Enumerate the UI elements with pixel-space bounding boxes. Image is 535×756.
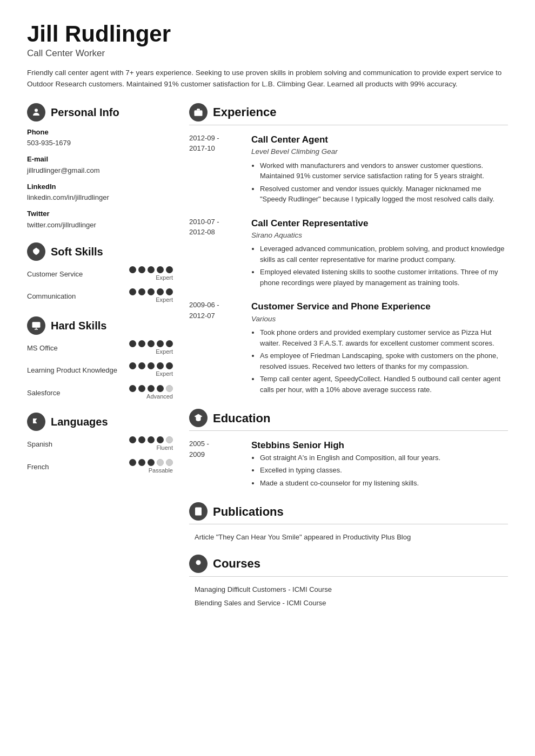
- exp-title-2: Call Center Representative: [251, 217, 508, 231]
- dot: [138, 288, 145, 295]
- twitter-label: Twitter: [27, 208, 173, 219]
- dot: [166, 436, 173, 443]
- skill-msoffice-dots-wrap: Expert: [129, 340, 173, 356]
- skill-customer-service: Customer Service Expert: [27, 266, 173, 282]
- right-column: Experience 2012-09 -2017-10 Call Center …: [189, 103, 508, 620]
- skill-comm-dots-wrap: Expert: [129, 288, 173, 305]
- skill-cs-name: Customer Service: [27, 269, 92, 280]
- linkedin-value: linkedin.com/in/jillrudlinger: [27, 193, 109, 201]
- dot: [166, 340, 173, 347]
- dot: [148, 340, 155, 347]
- svg-rect-4: [195, 110, 203, 116]
- dot: [148, 436, 155, 443]
- dot: [129, 436, 136, 443]
- courses-section: Courses Managing Difficult Customers - I…: [189, 555, 508, 609]
- list-item: Temp call center agent, SpeedyCollect. H…: [260, 374, 508, 395]
- exp-dates-1: 2012-09 -2017-10: [189, 133, 240, 207]
- experience-icon: [189, 103, 208, 122]
- education-icon: [189, 409, 208, 427]
- left-column: Personal Info Phone 503-935-1679 E-mail …: [27, 103, 173, 487]
- exp-title-3: Customer Service and Phone Experience: [251, 300, 508, 314]
- exp-content-1: Call Center Agent Level Bevel Climbing G…: [251, 133, 508, 207]
- hard-skills-icon: [27, 316, 45, 335]
- exp-company-3: Various: [251, 314, 508, 325]
- dot: [138, 385, 145, 392]
- linkedin-field: LinkedIn linkedin.com/in/jillrudlinger: [27, 181, 173, 204]
- phone-label: Phone: [27, 127, 173, 138]
- email-value: jillrudlinger@gmail.com: [27, 166, 100, 174]
- edu-bullets-1: Got straight A's in English and Composit…: [251, 453, 508, 489]
- dot: [157, 459, 164, 466]
- dot: [148, 288, 155, 295]
- publications-title: Publications: [213, 503, 284, 521]
- edu-entry-1: 2005 -2009 Stebbins Senior High Got stra…: [189, 438, 508, 490]
- dot: [129, 340, 136, 347]
- skill-cs-level: Expert: [156, 273, 173, 282]
- languages-icon: [27, 413, 45, 431]
- lang-french: French Passable: [27, 459, 173, 475]
- dot: [138, 362, 145, 369]
- candidate-name: Jill Rudlinger: [27, 22, 508, 46]
- lang-french-dots-wrap: Passable: [129, 459, 173, 475]
- course-item-1: Managing Difficult Customers - ICMI Cour…: [189, 584, 508, 595]
- dot: [157, 436, 164, 443]
- lang-french-name: French: [27, 462, 92, 473]
- list-item: Took phone orders and provided exemplary…: [260, 327, 508, 348]
- personal-info-section: Personal Info Phone 503-935-1679 E-mail …: [27, 103, 173, 231]
- hard-skills-header: Hard Skills: [27, 316, 173, 335]
- list-item: Resolved customer and vendor issues quic…: [260, 184, 508, 205]
- phone-field: Phone 503-935-1679: [27, 127, 173, 149]
- dot: [166, 459, 173, 466]
- publications-icon: [189, 502, 208, 521]
- list-item: Made a student co-counselor for my liste…: [260, 478, 508, 489]
- dot: [166, 362, 173, 369]
- courses-icon: [189, 555, 208, 573]
- experience-title: Experience: [213, 103, 276, 121]
- dot: [157, 340, 164, 347]
- skill-lpk-name: Learning Product Knowledge: [27, 365, 117, 376]
- dot: [157, 362, 164, 369]
- candidate-title: Call Center Worker: [27, 46, 508, 60]
- skill-communication: Communication Expert: [27, 288, 173, 305]
- experience-header: Experience: [189, 103, 508, 125]
- dot: [157, 385, 164, 392]
- candidate-summary: Friendly call center agent with 7+ years…: [27, 67, 508, 90]
- exp-bullets-1: Worked with manufacturers and vendors to…: [251, 160, 508, 205]
- phone-value: 503-935-1679: [27, 139, 71, 147]
- publications-section: Publications Article "They Can Hear You …: [189, 502, 508, 543]
- soft-skills-title: Soft Skills: [51, 244, 103, 260]
- skill-lpk-dots: [129, 362, 173, 369]
- exp-company-1: Level Bevel Climbing Gear: [251, 146, 508, 157]
- list-item: Leveraged advanced communication, proble…: [260, 244, 508, 265]
- skill-cs-dots: [129, 266, 173, 273]
- dot: [157, 288, 164, 295]
- skill-msoffice-dots: [129, 340, 173, 347]
- lang-spanish-dots-wrap: Fluent: [129, 436, 173, 453]
- svg-point-0: [35, 109, 38, 112]
- lang-spanish-name: Spanish: [27, 439, 92, 450]
- exp-content-3: Customer Service and Phone Experience Va…: [251, 300, 508, 397]
- linkedin-label: LinkedIn: [27, 181, 173, 192]
- dot: [138, 266, 145, 273]
- svg-point-11: [196, 560, 201, 565]
- exp-dates-3: 2009-06 -2012-07: [189, 300, 240, 397]
- publications-header: Publications: [189, 502, 508, 524]
- exp-title-1: Call Center Agent: [251, 133, 508, 147]
- dot: [129, 288, 136, 295]
- email-field: E-mail jillrudlinger@gmail.com: [27, 154, 173, 176]
- edu-school-1: Stebbins Senior High: [251, 438, 508, 453]
- dot: [129, 362, 136, 369]
- personal-info-icon: [27, 103, 45, 122]
- dot: [148, 459, 155, 466]
- languages-header: Languages: [27, 413, 173, 431]
- soft-skills-section: Soft Skills Customer Service Expert: [27, 242, 173, 305]
- lang-french-level: Passable: [149, 466, 173, 475]
- personal-info-header: Personal Info: [27, 103, 173, 122]
- dot: [157, 266, 164, 273]
- lang-french-dots: [129, 459, 173, 466]
- skill-comm-level: Expert: [156, 295, 173, 305]
- course-item-2: Blending Sales and Service - ICMI Course: [189, 598, 508, 609]
- twitter-field: Twitter twitter.com/jillrudlinger: [27, 208, 173, 231]
- skill-msoffice-level: Expert: [156, 347, 173, 356]
- edu-dates-1: 2005 -2009: [189, 438, 240, 490]
